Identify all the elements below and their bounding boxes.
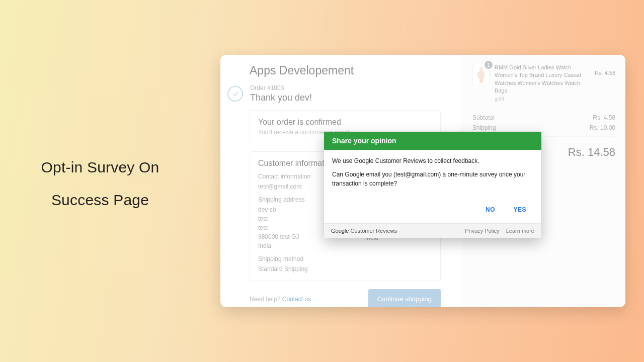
brand-google: Google	[331, 228, 349, 234]
continue-shopping-button[interactable]: Continue shopping	[368, 289, 441, 307]
shipping-method: Standard Shipping	[258, 264, 432, 274]
cart-item-variant: gold	[495, 96, 590, 102]
contact-us-link[interactable]: Contact us	[282, 296, 311, 303]
subtotal-line: Subtotal Rs. 4.58	[472, 114, 615, 121]
need-help-text: Need help? Contact us	[250, 296, 311, 303]
cart-item-price: Rs. 4.58	[595, 70, 615, 76]
total-value: Rs. 14.58	[568, 146, 615, 159]
dialog-footer: Google Customer Reviews Privacy Policy L…	[324, 223, 541, 238]
shipping-line: Shipping Rs. 10.00	[472, 124, 615, 131]
privacy-policy-link[interactable]: Privacy Policy	[465, 228, 499, 234]
shipping-address-label: Shipping address	[258, 196, 325, 203]
caption-line-2: Success Page	[27, 189, 173, 212]
store-name: Apps Developement	[250, 64, 450, 77]
ship-addr-line: dev sb	[258, 205, 325, 214]
brand-customer-reviews: Customer Reviews	[349, 228, 396, 234]
dialog-title: Share your opinion	[324, 132, 541, 150]
shipping-label: Shipping	[472, 124, 496, 131]
shipping-method-label: Shipping method	[258, 255, 432, 262]
subtotal-label: Subtotal	[472, 114, 495, 121]
google-customer-reviews-brand: Google Customer Reviews	[331, 228, 397, 234]
yes-button[interactable]: YES	[505, 202, 534, 217]
learn-more-link[interactable]: Learn more	[506, 228, 534, 234]
shipping-value: Rs. 10.00	[590, 124, 615, 131]
dialog-body: We use Google Customer Reviews to collec…	[324, 150, 541, 200]
promo-caption: Opt-in Survey On Success Page	[27, 156, 173, 212]
opt-in-survey-dialog: Share your opinion We use Google Custome…	[324, 132, 541, 238]
ship-addr-line: test	[258, 223, 325, 232]
thanks-row: Order #1003 Thank you dev!	[250, 84, 450, 103]
dialog-text-1: We use Google Customer Reviews to collec…	[332, 157, 533, 165]
ship-addr-line: 380000 test GJ	[258, 232, 325, 241]
order-number: Order #1003	[250, 84, 312, 92]
no-button[interactable]: NO	[477, 202, 503, 217]
ship-addr-line: test	[258, 214, 325, 223]
cart-item-row: 1 RMM Gold Silver Ladies Watch Women's T…	[472, 64, 615, 102]
footer-row: Need help? Contact us Continue shopping	[250, 289, 441, 307]
ship-addr-line: India	[258, 241, 325, 250]
dialog-text-2: Can Google email you (test@gmail.com) a …	[332, 170, 533, 188]
caption-line-1: Opt-in Survey On	[27, 156, 173, 179]
success-check-icon	[227, 86, 243, 102]
dialog-footer-links: Privacy Policy Learn more	[460, 228, 534, 234]
subtotal-value: Rs. 4.58	[593, 114, 615, 121]
cart-item-qty-badge: 1	[485, 61, 493, 69]
thanks-message: Thank you dev!	[250, 93, 312, 103]
need-help-label: Need help?	[250, 296, 282, 303]
confirmed-title: Your order is confirmed	[258, 118, 432, 127]
cart-item-thumbnail: 1	[472, 64, 490, 86]
cart-item-name: RMM Gold Silver Ladies Watch Women's Top…	[495, 64, 590, 95]
dialog-actions: NO YES	[324, 200, 541, 223]
